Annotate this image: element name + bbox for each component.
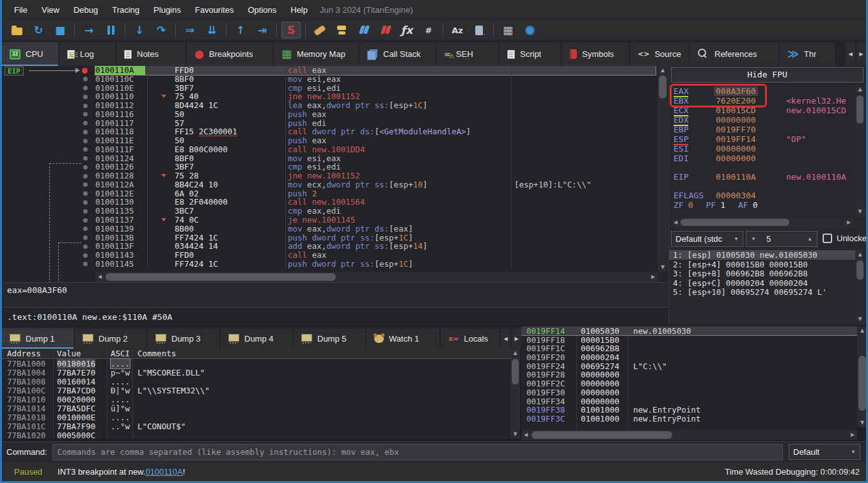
column-divider[interactable]	[511, 66, 512, 269]
instruction-dot[interactable]	[83, 262, 88, 266]
scroll-left-arrow[interactable]: ◀	[671, 218, 680, 227]
dump-row[interactable]: 77BA101000020000....	[2, 395, 510, 404]
instruction-dot[interactable]	[83, 200, 88, 205]
tab-symbols[interactable]: Symbols	[562, 42, 629, 66]
tab-call-stack[interactable]: Call Stack	[359, 42, 435, 66]
menu-favourites[interactable]: Favourites	[188, 0, 241, 19]
scroll-left-arrow[interactable]: ◀	[521, 430, 530, 440]
tab-dump-2[interactable]: Dump 2	[75, 328, 146, 349]
register-row[interactable]: ESP0019FF14"OP"	[669, 134, 861, 144]
column-divider[interactable]	[285, 66, 286, 269]
instruction-dot[interactable]	[83, 139, 88, 143]
flags-row[interactable]: ZF0PF1AF0	[669, 200, 861, 210]
column-header-comments[interactable]: Comments	[138, 349, 176, 358]
disassembly-row[interactable]: 01001118FF15 2C300001call dword ptr ds:[…	[2, 127, 668, 136]
instruction-dot[interactable]	[83, 191, 88, 196]
register-row[interactable]: EFLAGS00000304	[669, 191, 861, 200]
column-header-value[interactable]: Value	[57, 349, 81, 358]
instruction-dot[interactable]	[83, 209, 88, 214]
scroll-thumb[interactable]	[532, 431, 672, 439]
scroll-left-button[interactable]: ◀	[846, 42, 855, 66]
stack-row[interactable]: 0019FF18000015B0	[521, 335, 857, 344]
menu-file[interactable]: File	[7, 0, 35, 19]
scroll-thumb[interactable]	[681, 219, 789, 226]
internet-button[interactable]	[520, 22, 539, 38]
stack-row[interactable]: 0019FF3000000000	[521, 388, 857, 397]
instruction-dot[interactable]	[83, 244, 88, 249]
scroll-right-arrow[interactable]: ▶	[844, 218, 853, 227]
disassembly-row[interactable]: 01001145FF7424 1Cpush dword ptr ss:[esp+…	[2, 260, 668, 269]
trace-into-button[interactable]: ⇊	[202, 22, 221, 38]
argument-row[interactable]: 3: [esp+8] 006962B8 006962B8	[669, 269, 856, 278]
command-profile-select[interactable]: Default ▼	[789, 444, 860, 460]
register-row[interactable]: ESI00000000	[669, 144, 861, 154]
column-divider[interactable]	[147, 66, 148, 269]
argument-row[interactable]: 4: [esp+C] 00000204 00000204	[669, 278, 856, 288]
favourite-breakpoints-button[interactable]	[375, 22, 395, 38]
disassembly-row[interactable]: 0100110E3BF7cmp esi,edi	[2, 84, 668, 93]
scroll-thumb[interactable]	[856, 95, 864, 123]
tab-script[interactable]: Script	[500, 42, 560, 66]
menu-view[interactable]: View	[35, 0, 67, 19]
instruction-dot[interactable]	[83, 77, 88, 81]
instruction-dot[interactable]	[83, 121, 88, 125]
disassembly-row[interactable]: 0100111650push eax	[2, 110, 668, 119]
argument-depth-spinner[interactable]: ▼ 5 ▲	[746, 231, 817, 247]
scroll-down-arrow[interactable]: ▼	[510, 430, 520, 439]
menu-tracing[interactable]: Tracing	[105, 0, 146, 19]
tab-references[interactable]: References	[690, 42, 778, 66]
column-header-address[interactable]: Address	[7, 349, 41, 358]
disassembly-row[interactable]: 01001130E8 2F040000call new.1001564	[2, 198, 668, 207]
tab-watch-1[interactable]: Watch 1	[367, 328, 439, 349]
disassembly-row[interactable]: 0100113F034424 14add eax,dword ptr ss:[e…	[2, 242, 668, 251]
instruction-dot[interactable]	[83, 104, 88, 108]
disassembly-row[interactable]: 0100110C8BF0mov esi,eax	[2, 75, 668, 84]
hide-fpu-button[interactable]: Hide FPU	[671, 67, 864, 83]
unlocked-checkbox[interactable]	[823, 234, 832, 243]
disassembly-row[interactable]: 0100112875 28jne new.1001152	[2, 171, 668, 180]
function-analysis-button[interactable]: ƒx	[397, 22, 416, 38]
instruction-dot[interactable]	[83, 165, 88, 170]
stack-row[interactable]: 0019FF2000000204	[521, 352, 857, 361]
tab-thr[interactable]: ≫Thr	[780, 42, 835, 66]
tab-dump-4[interactable]: Dump 4	[221, 328, 292, 349]
scroll-left-button[interactable]: ◀	[501, 328, 510, 349]
tab-dump-5[interactable]: Dump 5	[294, 328, 365, 349]
scroll-thumb[interactable]	[106, 273, 336, 281]
dump-row[interactable]: 77BA100477BA7E70p~°wL"MSCOREE.DLL"	[2, 368, 510, 377]
tab-dump-3[interactable]: Dump 3	[148, 328, 219, 349]
registers-panel[interactable]: Hide FPU EAX008A3F60EBX7620E200<kernel32…	[668, 66, 866, 325]
disassembly-row[interactable]: 0100112A8B4C24 10mov ecx,dword ptr ss:[e…	[2, 180, 668, 189]
tab-cpu[interactable]: 32CPU	[2, 42, 58, 66]
stack-row[interactable]: 0019FF3801001000new.EntryPoint	[521, 405, 857, 414]
scroll-up-arrow[interactable]: ▲	[510, 349, 520, 358]
calculator-button[interactable]: ▦	[498, 22, 517, 38]
instruction-dot[interactable]	[83, 235, 88, 240]
dump-row[interactable]: 77BA100C77BA7CD0Ð|°wL"\\SYSTEM32\\"	[2, 386, 510, 395]
instruction-dot[interactable]	[83, 174, 88, 178]
dump-row[interactable]: 77BA10180010000E....	[2, 413, 510, 422]
comments-button[interactable]	[332, 22, 351, 38]
labels-button[interactable]	[354, 22, 373, 38]
tab-seh[interactable]: ∞SEH	[436, 42, 498, 66]
breakpoint-dot[interactable]	[82, 68, 88, 74]
disassembly-row[interactable]: 0100113774 0Cje new.1001145	[2, 216, 668, 225]
stack-row[interactable]: 0019FF2400695274L"C:\\"	[521, 361, 857, 370]
disassembly-row[interactable]: 01001143FFD0call eax	[2, 251, 668, 260]
scroll-up-arrow[interactable]: ▲	[855, 85, 865, 94]
stack-row[interactable]: 0019FF1401005030new.01005030	[521, 326, 857, 335]
instruction-dot[interactable]	[83, 86, 88, 90]
disassembly-row[interactable]: 010011248BF0mov esi,eax	[2, 154, 668, 163]
scroll-thumb[interactable]	[512, 359, 519, 384]
menu-debug[interactable]: Debug	[67, 0, 105, 19]
stack-row[interactable]: 0019FF1C006962B8	[521, 344, 857, 352]
scroll-thumb[interactable]	[856, 260, 864, 280]
register-row[interactable]: EBP0019FF70	[669, 125, 861, 134]
dump-panel[interactable]: AddressValueASCIComments 77BA10000018001…	[2, 349, 510, 439]
disassembly-row[interactable]: 0100112E6A 02push 2	[2, 189, 668, 198]
instruction-dot[interactable]	[83, 182, 88, 187]
register-row[interactable]: EDI00000000	[669, 154, 861, 163]
disassembly-row[interactable]: 0100111757push edi	[2, 119, 668, 128]
animate-into-button[interactable]: ⇒	[180, 22, 200, 38]
register-row[interactable]: EIP0100110Anew.0100110A	[669, 172, 861, 182]
